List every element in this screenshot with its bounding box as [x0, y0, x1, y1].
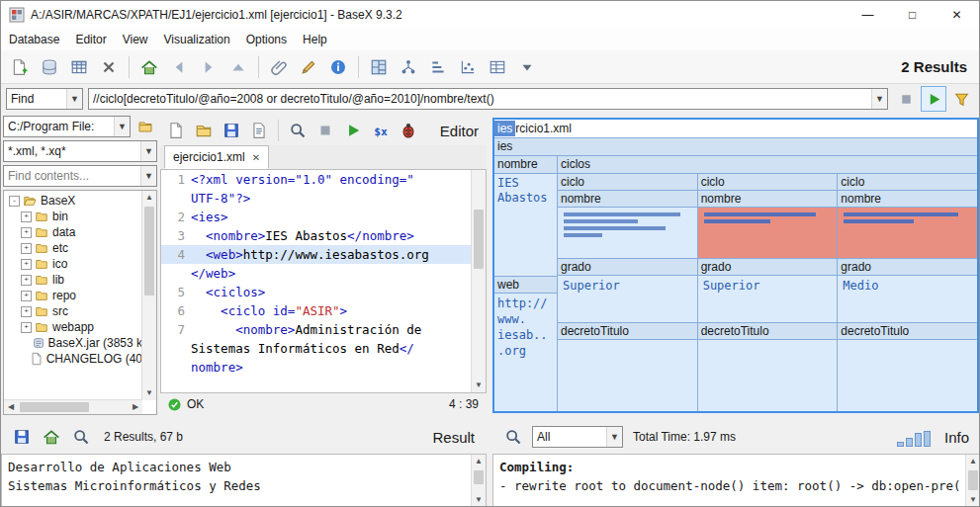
code-line[interactable]: Sistemas Informáticos en Red</ — [161, 339, 471, 358]
code-line[interactable]: 1<?xml version="1.0" encoding=" — [161, 170, 471, 189]
stop-icon[interactable] — [312, 118, 338, 143]
map-cell-decretotitulo-header[interactable]: decretoTitulo — [698, 323, 838, 340]
up-icon[interactable] — [224, 53, 252, 81]
info-vertical-scrollbar[interactable]: ▲ ▼ — [965, 455, 980, 507]
tree-item-ico[interactable]: +ico — [4, 256, 142, 272]
find-icon[interactable] — [499, 423, 527, 451]
expand-icon[interactable]: + — [21, 243, 32, 254]
tree-item-bin[interactable]: +bin — [4, 209, 142, 224]
save-icon[interactable] — [8, 423, 36, 451]
map-cell-nombre-value-matched[interactable] — [838, 208, 977, 259]
code-line[interactable]: 4 <web>http://www.iesabastos.org — [161, 245, 471, 264]
open-database-icon[interactable] — [36, 53, 63, 81]
history-icon[interactable] — [246, 118, 272, 143]
scroll-up-icon[interactable]: ▲ — [966, 455, 980, 468]
close-button[interactable]: ✕ — [935, 1, 979, 29]
info-scope-combobox[interactable]: All ▼ — [532, 426, 623, 448]
tree-horizontal-scrollbar[interactable]: ◀ ▶ — [4, 399, 142, 414]
link-icon[interactable] — [265, 53, 293, 81]
map-cell-grado-header[interactable]: grado — [838, 259, 977, 276]
map-cell-ciclos-header[interactable]: ciclos — [558, 156, 977, 173]
new-database-icon[interactable] — [6, 53, 34, 81]
map-cell-decretotitulo-header[interactable]: decretoTitulo — [838, 323, 977, 340]
map-cell-ies-name-value[interactable]: IES Abastos — [494, 174, 557, 277]
edit-icon[interactable] — [295, 53, 322, 81]
expand-icon[interactable]: + — [21, 259, 32, 270]
result-content[interactable]: Desarrollo de Aplicaciones WebSistemas M… — [1, 454, 487, 507]
expand-icon[interactable]: + — [21, 291, 32, 301]
code-line[interactable]: 5 <ciclos> — [161, 283, 471, 301]
xquery-icon[interactable]: $x — [368, 118, 394, 143]
tab-ejercicio1[interactable]: ejercicio1.xml ✕ — [164, 145, 269, 169]
run-icon[interactable] — [340, 118, 366, 143]
home-icon[interactable] — [38, 423, 65, 451]
expand-icon[interactable]: + — [21, 227, 32, 238]
chevron-down-icon[interactable]: ▼ — [871, 89, 887, 109]
filter-icon[interactable] — [948, 86, 974, 112]
map-cell-nombre-header[interactable]: nombre — [838, 191, 977, 208]
code-line[interactable]: UTF-8"?> — [161, 189, 471, 208]
scroll-thumb[interactable] — [20, 402, 89, 412]
expand-icon[interactable]: + — [21, 306, 32, 317]
chevron-down-icon[interactable]: ▼ — [114, 117, 130, 136]
map-view-panel[interactable]: ies rcicio1.xml ies nombre ciclos IES Ab… — [492, 118, 979, 413]
new-file-icon[interactable] — [163, 118, 189, 143]
save-icon[interactable] — [219, 118, 244, 143]
code-line[interactable]: 6 <ciclo id="ASIR"> — [161, 301, 471, 320]
close-database-icon[interactable] — [95, 53, 123, 81]
scroll-thumb[interactable] — [144, 207, 154, 296]
result-vertical-scrollbar[interactable]: ▲ ▼ — [471, 455, 486, 507]
code-line[interactable]: 3 <nombre>IES Abastos</nombre> — [161, 226, 471, 245]
maximize-button[interactable]: □ — [890, 1, 935, 29]
scroll-down-icon[interactable]: ▼ — [966, 493, 980, 507]
minimize-button[interactable]: — — [846, 1, 890, 29]
map-cell-web-value[interactable]: http://www.iesab...org — [494, 294, 557, 411]
open-file-icon[interactable] — [191, 118, 217, 143]
tree-item-etc[interactable]: +etc — [4, 240, 142, 256]
forward-icon[interactable] — [195, 53, 223, 81]
map-cell-nombre-value[interactable] — [558, 208, 697, 259]
code-line[interactable]: </web> — [161, 264, 471, 283]
stop-icon[interactable] — [893, 86, 919, 112]
tree-item-basex[interactable]: -BaseX — [4, 193, 142, 209]
back-icon[interactable] — [165, 53, 193, 81]
scroll-up-icon[interactable]: ▲ — [472, 455, 486, 468]
find-contents-combobox[interactable]: Find contents... ▼ — [3, 165, 157, 187]
chevron-down-icon[interactable]: ▼ — [606, 427, 622, 447]
map-cell-grado-header[interactable]: grado — [698, 259, 838, 276]
map-cell-grado-value[interactable]: Superior — [698, 276, 838, 323]
scroll-right-icon[interactable]: ▶ — [129, 400, 142, 414]
menu-visualization[interactable]: Visualization — [156, 29, 238, 50]
plot-view-icon[interactable] — [454, 53, 482, 81]
home-icon[interactable] — [135, 53, 163, 81]
close-tab-icon[interactable]: ✕ — [252, 152, 260, 163]
tree-view-icon[interactable] — [395, 53, 422, 81]
query-input[interactable]: //ciclo[decretoTitulo/@año=2008 or decre… — [88, 88, 888, 110]
map-cell-decretotitulo-value[interactable] — [838, 340, 977, 411]
scroll-thumb[interactable] — [474, 210, 484, 269]
tree-vertical-scrollbar[interactable]: ▲ ▼ — [141, 191, 156, 400]
map-cell-ciclo-header[interactable]: ciclo — [698, 174, 838, 191]
browse-folder-button[interactable] — [134, 116, 157, 137]
map-cell-ciclo-header[interactable]: ciclo — [558, 174, 697, 191]
map-cell-ies[interactable]: ies — [494, 137, 977, 156]
map-cell-nombre-header[interactable]: nombre — [558, 191, 697, 208]
map-cell-decretotitulo-value[interactable] — [558, 340, 697, 411]
find-mode-combobox[interactable]: Find ▼ — [6, 88, 83, 110]
file-filter-combobox[interactable]: *.xml, *.xq* ▼ — [3, 140, 157, 162]
map-cell-nombre-header[interactable]: nombre — [698, 191, 838, 208]
debug-icon[interactable] — [396, 118, 421, 143]
map-cell-nombre-header[interactable]: nombre — [494, 156, 558, 173]
scroll-down-icon[interactable]: ▼ — [472, 493, 486, 507]
tree-item-webapp[interactable]: +webapp — [4, 319, 142, 335]
map-cell-decretotitulo-value[interactable] — [698, 340, 838, 411]
table-view-icon[interactable] — [484, 53, 511, 81]
tree-item-src[interactable]: +src — [4, 303, 142, 319]
more-views-icon[interactable] — [513, 53, 541, 81]
tree-item-changelog-40[interactable]: CHANGELOG (40 — [4, 351, 142, 367]
scroll-left-icon[interactable]: ◀ — [4, 400, 18, 414]
scroll-thumb[interactable] — [968, 470, 978, 490]
code-line[interactable]: 2<ies> — [161, 208, 471, 226]
code-area[interactable]: 1<?xml version="1.0" encoding="UTF-8"?>2… — [160, 170, 487, 393]
menu-editor[interactable]: Editor — [67, 29, 114, 50]
